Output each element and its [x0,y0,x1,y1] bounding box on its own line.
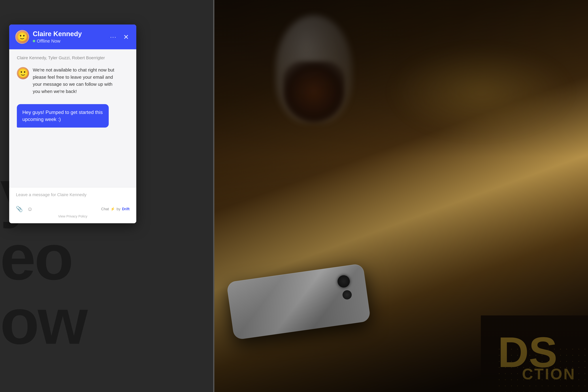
phone-device [226,263,371,340]
status-row: Offline Now [33,38,105,44]
bot-message-text: We're not available to chat right now bu… [33,66,117,95]
dark-liquid [283,61,344,122]
chat-header: 🙂 Claire Kennedy Offline Now ··· ✕ [9,24,136,49]
message-input[interactable]: Leave a message for Claire Kennedy [16,192,130,202]
book-cover: DS CTION [481,316,588,392]
input-placeholder: Leave a message for Claire Kennedy [16,192,86,197]
chat-footer[interactable]: Leave a message for Claire Kennedy 📎 ☺ C… [9,187,136,223]
bot-message-row: 🙂 We're not available to chat right now … [17,66,128,95]
by-label: by [116,207,120,211]
status-label: Offline Now [37,38,60,44]
attachment-icon[interactable]: 📎 [16,206,23,212]
footer-bottom: 📎 ☺ Chat ⚡ by Drift [16,206,130,212]
status-indicator [33,40,35,42]
drift-label: Drift [122,207,130,211]
ambient-light [389,46,573,138]
contact-name: Claire Kennedy [33,30,105,38]
avatar: 🙂 [15,30,29,44]
header-actions: ··· ✕ [109,32,130,42]
chat-body: Claire Kennedy, Tyler Guzzi, Robert Boer… [9,49,136,187]
lightning-icon: ⚡ [110,207,115,211]
emoji-icon[interactable]: ☺ [27,206,33,212]
participants-list: Claire Kennedy, Tyler Guzzi, Robert Boer… [17,56,128,60]
photo-background: DS CTION [214,0,588,392]
tablet-screen: yo eo ow 🙂 Claire Kennedy Offline Now ··… [0,0,214,392]
branding: Chat ⚡ by Drift [101,207,130,211]
chat-widget: 🙂 Claire Kennedy Offline Now ··· ✕ Clair… [9,24,136,223]
user-message-bubble: Hey guys! Pumped to get started this upc… [17,104,109,128]
bot-avatar-emoji: 🙂 [17,68,29,78]
user-message-row: Hey guys! Pumped to get started this upc… [17,104,128,128]
phone-camera-lens-2 [342,290,352,300]
privacy-policy-link[interactable]: View Privacy Policy [16,214,130,218]
bot-avatar: 🙂 [17,67,29,79]
chat-label: Chat [101,207,109,211]
book-letters-ction: CTION [522,365,576,383]
phone-camera-lens [337,274,350,288]
header-info: Claire Kennedy Offline Now [33,30,105,44]
user-message-text: Hey guys! Pumped to get started this upc… [22,110,103,122]
close-button[interactable]: ✕ [122,32,130,42]
more-options-button[interactable]: ··· [109,32,118,42]
avatar-emoji: 🙂 [16,32,28,42]
footer-icons: 📎 ☺ [16,206,33,212]
